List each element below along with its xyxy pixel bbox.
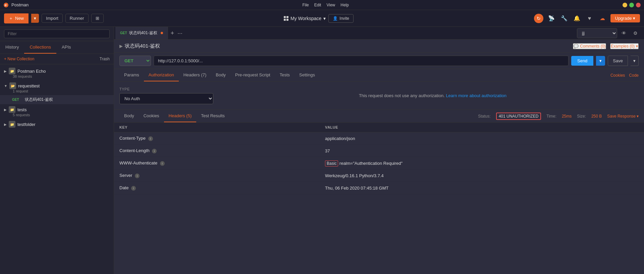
new-button[interactable]: ＋ New	[4, 13, 29, 23]
method-select[interactable]: GET POST PUT DELETE PATCH	[119, 56, 151, 66]
req-tab-right: Cookies Code	[610, 73, 639, 78]
menu-edit[interactable]: Edit	[314, 3, 321, 7]
menu-help[interactable]: Help	[340, 3, 349, 7]
collection-header: ▼ 📂 requesttest	[4, 82, 110, 89]
table-row: Date i Thu, 06 Feb 2020 07:45:18 GMT	[114, 182, 644, 194]
tab-tests[interactable]: Tests	[275, 69, 294, 81]
more-tabs-button[interactable]: ···	[177, 30, 182, 36]
tab-test-results[interactable]: Test Results	[196, 110, 229, 122]
eye-icon-button[interactable]: 👁	[619, 28, 629, 38]
tab-headers[interactable]: Headers (7)	[179, 69, 211, 81]
collection-folder-icon: 📁	[9, 106, 15, 113]
tab-body-response[interactable]: Body	[119, 110, 139, 122]
collection-folder-icon: 📂	[9, 82, 16, 89]
url-input[interactable]	[154, 56, 569, 66]
sync-button[interactable]: ↻	[534, 14, 543, 23]
save-response-button[interactable]: Save Response ▾	[607, 114, 639, 119]
info-icon[interactable]: i	[135, 174, 140, 178]
upgrade-button[interactable]: Upgrade ▾	[610, 14, 640, 22]
menu-bar: File Edit View Help	[302, 3, 349, 7]
auth-type-select[interactable]: No Auth API Key Bearer Token Basic Auth …	[119, 93, 213, 104]
info-icon[interactable]: i	[152, 149, 157, 153]
list-item[interactable]: ▶ 📁 tests 5 requests	[0, 104, 114, 119]
environment-select[interactable]: jjj	[577, 28, 617, 38]
save-caret-button[interactable]: ▾	[631, 56, 639, 66]
tab-params[interactable]: Params	[119, 69, 144, 81]
header-value: Werkzeug/0.16.1 Python/3.7.4	[320, 169, 644, 182]
table-row: Content-Length i 37	[114, 145, 644, 157]
chevron-right-icon: ▶	[4, 123, 7, 126]
tab-headers-response[interactable]: Headers (5)	[164, 110, 197, 122]
cloud-icon-button[interactable]: ☁	[598, 14, 607, 23]
minimize-button[interactable]	[623, 3, 627, 7]
tab-authorization[interactable]: Authorization	[144, 69, 179, 81]
examples-button[interactable]: Examples (0) ▾	[610, 43, 639, 49]
request-title-bar: ▶ 状态码401-鉴权 💬 Comments (0) Examples (0) …	[114, 40, 644, 53]
grid-icon	[284, 16, 288, 21]
radar-icon-button[interactable]: 📡	[547, 14, 556, 23]
comment-icon: 💬	[574, 44, 579, 49]
close-button[interactable]	[636, 3, 641, 7]
code-button[interactable]: Code	[629, 73, 639, 78]
auth-info-text: This request does not use any authorizat…	[227, 87, 639, 104]
menu-view[interactable]: View	[326, 3, 335, 7]
add-tab-button[interactable]: +	[171, 30, 174, 36]
status-badge: 401 UNAUTHORIZED	[496, 113, 541, 120]
maximize-button[interactable]	[629, 3, 634, 7]
upgrade-caret-icon: ▾	[633, 16, 635, 21]
status-label: Status:	[478, 114, 490, 119]
send-button[interactable]: Send	[571, 56, 593, 66]
cookies-button[interactable]: Cookies	[610, 73, 625, 78]
import-button[interactable]: Import	[42, 14, 63, 23]
bell-icon-button[interactable]: 🔔	[572, 14, 582, 23]
trash-button[interactable]: Trash	[100, 57, 110, 61]
postman-logo-icon: P	[3, 2, 9, 8]
wrench-icon-button[interactable]: 🔧	[559, 14, 569, 23]
list-item[interactable]: ▶ 📁 testfolder	[0, 119, 114, 130]
send-caret-button[interactable]: ▾	[596, 56, 605, 66]
collection-header: ▶ 📁 testfolder	[4, 121, 110, 128]
list-item[interactable]: ▶ 📁 Postman Echo 38 requests	[0, 66, 114, 80]
tab-name: 状态码401-鉴权	[129, 30, 157, 36]
workspace-button[interactable]: My Workspace ▾	[284, 16, 326, 21]
type-label: TYPE	[119, 87, 227, 91]
settings-icon-button[interactable]: ⚙	[631, 28, 640, 38]
chevron-down-icon: ▼	[4, 84, 7, 88]
comments-button[interactable]: 💬 Comments (0)	[573, 43, 606, 49]
expand-icon[interactable]: ▶	[119, 44, 123, 49]
workspace-caret-icon: ▾	[323, 16, 326, 21]
examples-caret-icon: ▾	[636, 44, 638, 49]
list-item[interactable]: ▼ 📂 requesttest 1 request	[0, 80, 114, 95]
list-item[interactable]: GET 状态码401-鉴权	[0, 95, 114, 104]
time-value: 25ms	[562, 114, 572, 119]
tab-item[interactable]: GET 状态码401-鉴权	[115, 27, 168, 39]
sidebar-search-area	[0, 27, 114, 41]
info-icon[interactable]: i	[160, 161, 165, 166]
info-icon[interactable]: i	[131, 186, 136, 191]
tab-cookies-response[interactable]: Cookies	[139, 110, 164, 122]
tab-dirty-indicator	[161, 32, 163, 34]
heart-icon-button[interactable]: ♥	[585, 14, 594, 23]
info-icon[interactable]: i	[148, 136, 153, 141]
tab-prerequest[interactable]: Pre-request Script	[230, 69, 275, 81]
new-caret-button[interactable]: ▾	[31, 14, 39, 23]
menu-file[interactable]: File	[302, 3, 309, 7]
tab-collections[interactable]: Collections	[24, 41, 56, 54]
filter-input[interactable]	[4, 29, 110, 38]
auth-type-area: TYPE No Auth API Key Bearer Token Basic …	[119, 87, 227, 104]
env-area: jjj 👁 ⚙	[577, 28, 640, 38]
tab-apis[interactable]: APIs	[56, 41, 76, 54]
learn-more-link[interactable]: Learn more about authorization	[446, 93, 506, 98]
key-column-header: KEY	[114, 123, 320, 132]
header-value: Basic realm="Authentication Required"	[320, 157, 644, 169]
layout-button[interactable]: ⊞	[91, 14, 104, 23]
save-button[interactable]: Save	[608, 56, 628, 66]
runner-button[interactable]: Runner	[65, 14, 89, 23]
new-collection-button[interactable]: + New Collection	[4, 57, 34, 61]
tab-body[interactable]: Body	[211, 69, 230, 81]
invite-button[interactable]: 👤 Invite	[328, 14, 354, 23]
tab-settings[interactable]: Settings	[294, 69, 320, 81]
sidebar: History Collections APIs + New Collectio…	[0, 27, 114, 274]
title-right: 💬 Comments (0) Examples (0) ▾	[573, 43, 639, 49]
tab-history[interactable]: History	[0, 41, 24, 54]
